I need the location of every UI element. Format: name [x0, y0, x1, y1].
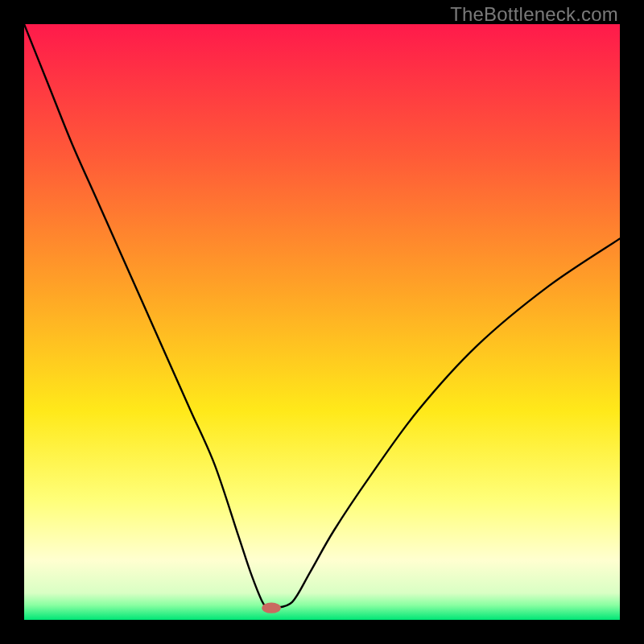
plot-area [24, 24, 620, 620]
gradient-background [24, 24, 620, 620]
watermark-text: TheBottleneck.com [450, 3, 618, 26]
bottleneck-chart [24, 24, 620, 620]
chart-frame: TheBottleneck.com [0, 0, 644, 644]
optimum-marker [262, 603, 281, 613]
